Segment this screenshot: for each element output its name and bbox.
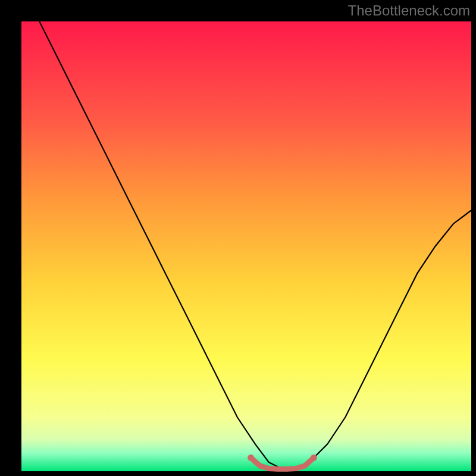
watermark-text: TheBottleneck.com bbox=[348, 2, 470, 19]
chart-container: TheBottleneck.com bbox=[0, 0, 476, 476]
optimal-range-end-dot bbox=[311, 455, 317, 461]
chart-plot-area bbox=[21, 21, 471, 471]
bottleneck-chart bbox=[0, 0, 476, 476]
optimal-range-start-dot bbox=[248, 455, 254, 461]
